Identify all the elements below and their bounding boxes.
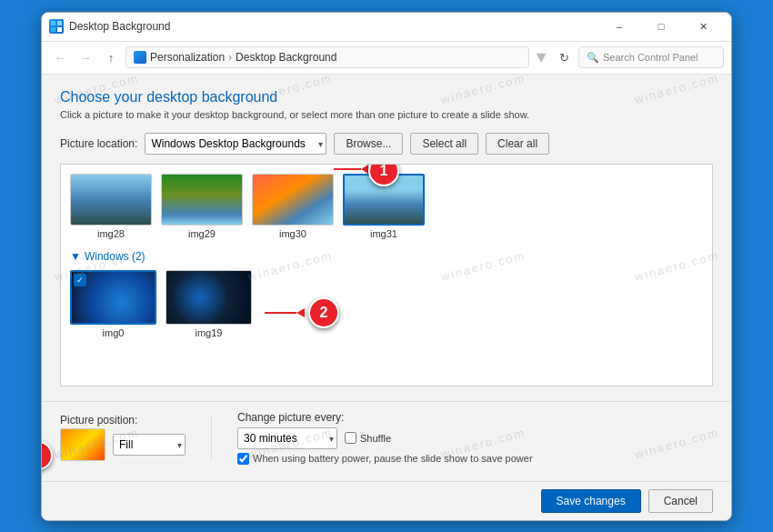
refresh-button[interactable]: ↻ xyxy=(553,46,575,68)
svg-rect-1 xyxy=(57,21,62,25)
select-all-button[interactable]: Select all xyxy=(410,133,478,155)
address-path: Personalization › Desktop Background xyxy=(125,46,529,68)
browse-button[interactable]: Browse... xyxy=(334,133,403,155)
save-changes-button[interactable]: Save changes xyxy=(541,489,641,513)
path-personalization: Personalization xyxy=(150,51,225,64)
back-button[interactable]: ← xyxy=(49,46,71,68)
thumb-img30[interactable]: img30 xyxy=(252,174,334,239)
cancel-button[interactable]: Cancel xyxy=(648,489,713,513)
section-toggle-windows[interactable]: ▼ xyxy=(70,250,81,263)
thumb-img28-preview xyxy=(70,174,152,226)
arrow-2-line xyxy=(265,312,296,314)
search-box: 🔍 Search Control Panel xyxy=(578,46,724,68)
callout-number-2: 2 xyxy=(308,297,339,328)
search-placeholder: Search Control Panel xyxy=(603,52,698,63)
change-picture-label: Change picture every: xyxy=(237,411,533,424)
maximize-button[interactable]: □ xyxy=(640,12,682,41)
thumb-img30-preview xyxy=(252,174,334,226)
bottom-divider xyxy=(211,415,212,460)
footer-buttons: Save changes Cancel xyxy=(42,481,731,520)
thumb-img0[interactable]: ✓ img0 xyxy=(70,270,156,338)
thumb-img28[interactable]: img28 xyxy=(70,174,152,239)
interval-select[interactable]: 1 minute 10 minutes 30 minutes 1 hour 6 … xyxy=(237,427,337,449)
picture-position-group: 3 Picture position: Fill Fit Stretch Til… xyxy=(60,414,186,461)
close-button[interactable]: ✕ xyxy=(682,12,724,41)
thumb-img28-label: img28 xyxy=(97,228,125,239)
pos-select-wrapper: Fill Fit Stretch Tile Center Span xyxy=(113,434,186,456)
change-picture-controls: 1 minute 10 minutes 30 minutes 1 hour 6 … xyxy=(237,427,533,449)
main-content: Choose your desktop background Click a p… xyxy=(42,75,731,401)
thumb-img29-preview xyxy=(161,174,243,226)
shuffle-label: Shuffle xyxy=(345,432,391,444)
svg-rect-2 xyxy=(51,27,55,32)
picture-location-label: Picture location: xyxy=(60,137,137,150)
image-row-windows: ✓ img0 img19 2 xyxy=(70,270,703,338)
thumb-img19-preview xyxy=(166,270,252,325)
thumb-img0-preview: ✓ xyxy=(70,270,156,325)
callout-number-3: 3 xyxy=(41,441,53,470)
shuffle-text: Shuffle xyxy=(360,433,391,444)
thumb-img31-label: img31 xyxy=(370,228,397,239)
thumb-img30-label: img30 xyxy=(279,228,306,239)
path-desktop-background: Desktop Background xyxy=(236,51,336,64)
up-button[interactable]: ↑ xyxy=(100,46,122,68)
path-separator: › xyxy=(228,51,232,64)
forward-button[interactable]: → xyxy=(75,46,96,68)
addressbar: ← → ↑ Personalization › Desktop Backgrou… xyxy=(42,42,731,75)
search-icon: 🔍 xyxy=(587,52,599,64)
arrow-2-head xyxy=(296,308,305,317)
thumb-img0-label: img0 xyxy=(103,327,125,338)
clear-all-button[interactable]: Clear all xyxy=(486,133,549,155)
minimize-button[interactable]: – xyxy=(598,12,640,41)
thumb-img19-label: img19 xyxy=(196,327,223,338)
image-grid-area: img28 img29 img30 img31 xyxy=(60,164,713,386)
path-dropdown-arrow: ▼ xyxy=(533,48,549,67)
path-icon xyxy=(134,51,146,64)
interval-select-wrapper: 1 minute 10 minutes 30 minutes 1 hour 6 … xyxy=(237,427,337,449)
window-icon xyxy=(49,19,64,34)
picture-location-row: Picture location: Windows Desktop Backgr… xyxy=(60,133,713,155)
windows-section-title: Windows (2) xyxy=(85,250,146,263)
position-preview xyxy=(60,428,105,461)
svg-rect-3 xyxy=(57,27,62,32)
location-select-wrapper: Windows Desktop Backgrounds Solid Colors… xyxy=(145,133,326,155)
battery-checkbox[interactable] xyxy=(237,453,249,465)
arrow-1-line xyxy=(334,168,361,170)
image-row-default: img28 img29 img30 img31 xyxy=(70,174,703,239)
windows-section-label: ▼ Windows (2) xyxy=(70,250,703,263)
bottom-options-row: 3 Picture position: Fill Fit Stretch Til… xyxy=(60,411,713,465)
window-title: Desktop Background xyxy=(69,20,598,33)
picture-position-label: Picture position: xyxy=(60,414,186,427)
page-subtitle: Click a picture to make it your desktop … xyxy=(60,109,713,120)
thumb-img29[interactable]: img29 xyxy=(161,174,243,239)
location-select[interactable]: Windows Desktop Backgrounds Solid Colors… xyxy=(145,133,326,155)
svg-rect-0 xyxy=(51,21,55,25)
picture-position-controls: Fill Fit Stretch Tile Center Span xyxy=(60,428,186,461)
desktop-background-window: Desktop Background – □ ✕ ← → ↑ Personali… xyxy=(41,12,732,521)
position-select[interactable]: Fill Fit Stretch Tile Center Span xyxy=(113,434,186,456)
change-picture-section: Change picture every: 1 minute 10 minute… xyxy=(237,411,533,465)
thumb-img29-label: img29 xyxy=(188,228,216,239)
window-controls: – □ ✕ xyxy=(598,12,724,41)
arrow-1 xyxy=(334,165,368,174)
picture-position-section: Picture position: Fill Fit Stretch Tile … xyxy=(60,414,186,461)
arrow-1-head xyxy=(361,165,368,174)
arrow-2-group: 2 xyxy=(265,288,336,338)
battery-label: When using battery power, pause the slid… xyxy=(237,453,533,465)
thumb-img19[interactable]: img19 xyxy=(166,270,252,338)
thumb-img0-checkbox: ✓ xyxy=(74,274,86,286)
battery-text: When using battery power, pause the slid… xyxy=(253,453,533,464)
shuffle-checkbox[interactable] xyxy=(345,432,356,444)
bottom-section: 3 Picture position: Fill Fit Stretch Til… xyxy=(42,401,731,481)
page-title: Choose your desktop background xyxy=(60,89,713,105)
titlebar: Desktop Background – □ ✕ xyxy=(42,13,731,42)
